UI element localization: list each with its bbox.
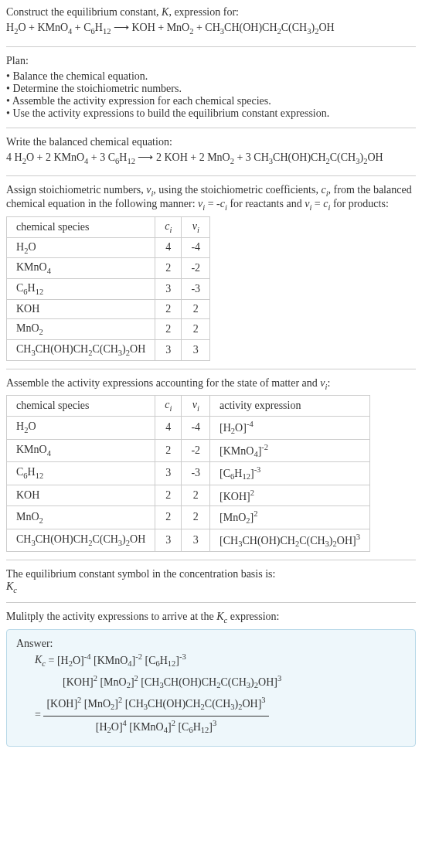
basis-section: The equilibrium constant symbol in the c… bbox=[6, 568, 416, 594]
divider bbox=[6, 560, 416, 560]
cell-v: -4 bbox=[182, 417, 210, 439]
fraction-denominator: [H2O]4 [KMnO4]2 [C6H12]3 bbox=[43, 717, 268, 738]
answer-box: Answer: Kc = [H2O]-4 [KMnO4]-2 [C6H12]-3… bbox=[6, 629, 416, 747]
answer-fraction: = [KOH]2 [MnO2]2 [CH3CH(OH)CH2C(CH3)2OH]… bbox=[35, 693, 406, 738]
col-expr: activity expression bbox=[210, 396, 370, 417]
balanced-equation: 4 H2O + 2 KMnO4 + 3 C6H12 ⟶ 2 KOH + 2 Mn… bbox=[6, 148, 416, 168]
divider bbox=[6, 46, 416, 47]
divider bbox=[6, 128, 416, 128]
divider bbox=[6, 369, 416, 369]
cell-expr: [MnO2]2 bbox=[210, 506, 370, 529]
table-row: MnO222[MnO2]2 bbox=[7, 506, 370, 529]
col-v: νi bbox=[182, 396, 210, 417]
col-species: chemical species bbox=[7, 216, 155, 237]
equals-sign: = bbox=[35, 709, 41, 720]
table-row: KMnO42-2[KMnO4]-2 bbox=[7, 439, 370, 461]
cell-expr: [KMnO4]-2 bbox=[210, 439, 370, 461]
cell-v: -3 bbox=[182, 279, 210, 300]
plan-item: Determine the stoichiometric numbers. bbox=[6, 83, 416, 95]
answer-label: Answer: bbox=[16, 638, 406, 650]
answer-line2: [KOH]2 [MnO2]2 [CH3CH(OH)CH2C(CH3)2OH]3 bbox=[63, 672, 406, 693]
cell-species: C6H12 bbox=[7, 462, 155, 485]
multiply-section: Mulitply the activity expressions to arr… bbox=[6, 611, 416, 747]
plan-list: Balance the chemical equation. Determine… bbox=[6, 70, 416, 120]
cell-v: 2 bbox=[182, 318, 210, 339]
cell-c: 2 bbox=[155, 258, 182, 279]
cell-v: 2 bbox=[182, 485, 210, 506]
cell-c: 2 bbox=[155, 439, 182, 461]
cell-c: 3 bbox=[155, 339, 182, 360]
answer-line1: Kc = [H2O]-4 [KMnO4]-2 [C6H12]-3 bbox=[35, 650, 406, 672]
cell-v: 3 bbox=[182, 339, 210, 360]
cell-c: 2 bbox=[155, 299, 182, 318]
fraction: [KOH]2 [MnO2]2 [CH3CH(OH)CH2C(CH3)2OH]3 … bbox=[43, 693, 268, 738]
plan-title: Plan: bbox=[6, 55, 416, 67]
cell-c: 3 bbox=[155, 529, 182, 551]
table-row: C6H123-3 bbox=[7, 279, 210, 300]
cell-v: -2 bbox=[182, 258, 210, 279]
table-row: CH3CH(OH)CH2C(CH3)2OH33 bbox=[7, 339, 210, 360]
table-row: KOH22[KOH]2 bbox=[7, 485, 370, 506]
cell-c: 4 bbox=[155, 417, 182, 439]
cell-species: KMnO4 bbox=[7, 439, 155, 461]
activity-section: Assemble the activity expressions accoun… bbox=[6, 377, 416, 553]
stoich-table: chemical species ci νi H2O4-4 KMnO42-2 C… bbox=[6, 216, 210, 361]
table-row: C6H123-3[C6H12]-3 bbox=[7, 462, 370, 485]
cell-c: 3 bbox=[155, 279, 182, 300]
cell-species: C6H12 bbox=[7, 279, 155, 300]
cell-species: CH3CH(OH)CH2C(CH3)2OH bbox=[7, 529, 155, 551]
cell-species: KOH bbox=[7, 485, 155, 506]
cell-c: 3 bbox=[155, 462, 182, 485]
table-header-row: chemical species ci νi activity expressi… bbox=[7, 396, 370, 417]
plan-section: Plan: Balance the chemical equation. Det… bbox=[6, 55, 416, 120]
cell-species: H2O bbox=[7, 417, 155, 439]
col-c: ci bbox=[155, 396, 182, 417]
intro-line: Construct the equilibrium constant, K, e… bbox=[6, 6, 416, 19]
activity-intro: Assemble the activity expressions accoun… bbox=[6, 377, 416, 391]
cell-c: 2 bbox=[155, 485, 182, 506]
plan-item: Use the activity expressions to build th… bbox=[6, 107, 416, 120]
basis-line1: The equilibrium constant symbol in the c… bbox=[6, 568, 416, 580]
col-c: ci bbox=[155, 216, 182, 237]
cell-c: 2 bbox=[155, 318, 182, 339]
cell-v: 2 bbox=[182, 299, 210, 318]
divider bbox=[6, 602, 416, 603]
table-row: MnO222 bbox=[7, 318, 210, 339]
cell-v: -3 bbox=[182, 462, 210, 485]
cell-species: H2O bbox=[7, 237, 155, 258]
cell-species: KOH bbox=[7, 299, 155, 318]
plan-item: Assemble the activity expression for eac… bbox=[6, 95, 416, 107]
cell-expr: [CH3CH(OH)CH2C(CH3)2OH]3 bbox=[210, 529, 370, 551]
cell-v: -2 bbox=[182, 439, 210, 461]
cell-c: 4 bbox=[155, 237, 182, 258]
cell-species: MnO2 bbox=[7, 318, 155, 339]
cell-v: -4 bbox=[182, 237, 210, 258]
table-row: H2O4-4[H2O]-4 bbox=[7, 417, 370, 439]
cell-species: MnO2 bbox=[7, 506, 155, 529]
stoich-intro: Assign stoichiometric numbers, νi, using… bbox=[6, 184, 416, 212]
activity-table: chemical species ci νi activity expressi… bbox=[6, 395, 370, 552]
multiply-intro: Mulitply the activity expressions to arr… bbox=[6, 611, 416, 625]
cell-v: 3 bbox=[182, 529, 210, 551]
table-row: KOH22 bbox=[7, 299, 210, 318]
plan-item: Balance the chemical equation. bbox=[6, 70, 416, 83]
divider bbox=[6, 175, 416, 176]
cell-expr: [H2O]-4 bbox=[210, 417, 370, 439]
intro-equation: H2O + KMnO4 + C6H12 ⟶ KOH + MnO2 + CH3CH… bbox=[6, 19, 416, 39]
table-header-row: chemical species ci νi bbox=[7, 216, 210, 237]
cell-species: CH3CH(OH)CH2C(CH3)2OH bbox=[7, 339, 155, 360]
table-row: H2O4-4 bbox=[7, 237, 210, 258]
intro-section: Construct the equilibrium constant, K, e… bbox=[6, 6, 416, 39]
cell-species: KMnO4 bbox=[7, 258, 155, 279]
cell-c: 2 bbox=[155, 506, 182, 529]
col-species: chemical species bbox=[7, 396, 155, 417]
cell-v: 2 bbox=[182, 506, 210, 529]
fraction-numerator: [KOH]2 [MnO2]2 [CH3CH(OH)CH2C(CH3)2OH]3 bbox=[43, 693, 268, 716]
stoich-section: Assign stoichiometric numbers, νi, using… bbox=[6, 184, 416, 360]
balanced-section: Write the balanced chemical equation: 4 … bbox=[6, 136, 416, 168]
basis-symbol: Kc bbox=[6, 580, 416, 594]
cell-expr: [C6H12]-3 bbox=[210, 462, 370, 485]
table-row: KMnO42-2 bbox=[7, 258, 210, 279]
balanced-title: Write the balanced chemical equation: bbox=[6, 136, 416, 148]
cell-expr: [KOH]2 bbox=[210, 485, 370, 506]
